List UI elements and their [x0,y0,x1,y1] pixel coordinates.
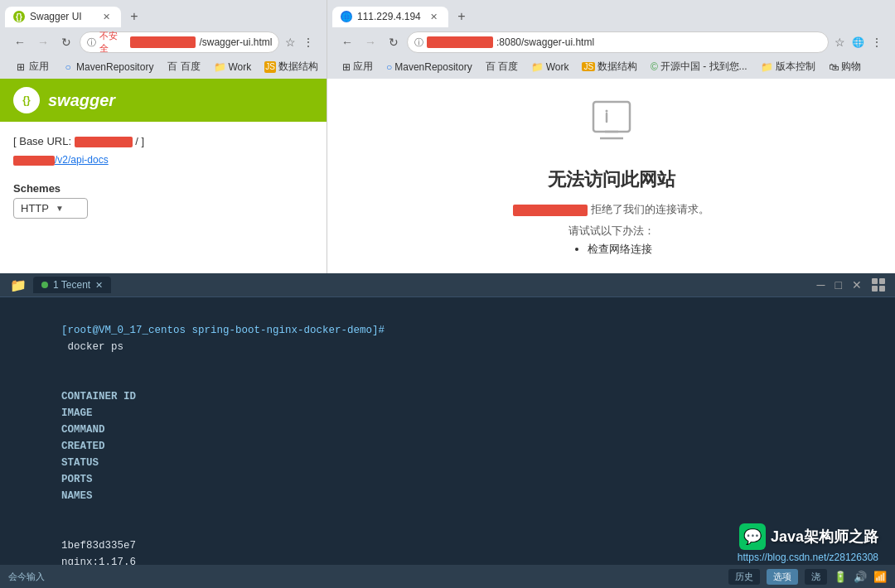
left-tab-close[interactable]: ✕ [100,11,113,23]
error-list: 检查网络连接 [571,242,652,257]
left-more-menu[interactable]: ⋮ [300,33,317,51]
left-lock-icon: ⓘ [87,36,96,49]
right-nav-extras: ☆ 🌐 ⋮ [832,33,885,51]
work-folder-icon: 📁 [214,61,225,73]
right-tab-bar: 🌐 111.229.4.194 ✕ + [332,5,890,28]
col-image: IMAGE [61,407,230,419]
right-nav-bar: ← → ↻ ⓘ :8080/swagger-ui.html ☆ 🌐 ⋮ [332,28,890,56]
right-bk-maven[interactable]: ○ MavenRepository [381,60,477,75]
terminal-folder-icon: 📁 [10,277,27,293]
term-cmd: docker ps [61,341,123,353]
terminal-titlebar-right: ─ □ ✕ [817,278,885,292]
terminal-table-header: CONTAINER ID IMAGE COMMAND CREATED STATU… [12,372,883,521]
col-status: STATUS [61,457,161,469]
maven-icon: ○ [62,61,74,73]
right-address-bar[interactable]: ⓘ :8080/swagger-ui.html [407,31,829,53]
watermark-name: Java架构师之路 [771,527,878,547]
terminal-grid-icon[interactable] [872,278,885,292]
browser-right: 🌐 111.229.4.194 ✕ + ← → ↻ ⓘ :8080/swagge… [327,0,895,273]
right-more-menu[interactable]: ⋮ [868,33,885,51]
left-url-redacted [130,36,196,48]
right-info-icon: ⓘ [414,36,423,49]
row1-id: 1bef83d335e7 [61,540,148,552]
right-bk-ds[interactable]: JS 数据结构 [577,58,642,75]
volume-icon: 🔊 [854,571,867,583]
left-browser-content: {} swagger [ Base URL: / ] /v2/api-docs [0,79,327,273]
error-suggestions-label: 请试试以下办法： [568,224,655,239]
right-url-path: :8080/swagger-ui.html [496,36,594,48]
left-insecure-label: 不安全 [99,30,127,55]
right-tab-title: 111.229.4.194 [357,11,423,22]
col-created: CREATED [61,441,161,452]
right-tab-close[interactable]: ✕ [428,11,440,23]
battery-icon: 🔋 [834,571,847,583]
left-bookmark-star[interactable]: ☆ [283,33,298,51]
swagger-api-link[interactable]: /v2/api-docs [13,154,313,166]
right-favicon: 🌐 [341,11,352,22]
bottom-bar: 会今输入 历史 选项 浇 🔋 🔊 📶 [0,565,895,588]
left-new-tab-button[interactable]: + [123,5,146,28]
right-bookmarks-bar: ⊞ 应用 ○ MavenRepository 百 百度 📁 Work [332,56,890,79]
left-forward-button[interactable]: → [33,32,53,52]
right-back-button[interactable]: ← [337,32,357,52]
right-shop-icon: 🛍 [829,61,839,73]
terminal-tab[interactable]: 1 Tecent ✕ [33,277,111,293]
right-bk-oschina[interactable]: © 开源中国 - 找到您... [646,58,752,75]
right-bk-version[interactable]: 📁 版本控制 [756,58,820,75]
schemes-label: Schemes [13,182,313,195]
left-bk-apps-label: 应用 [29,60,49,74]
right-oschina-icon: © [651,61,658,73]
left-bk-work[interactable]: 📁 Work [209,60,256,75]
right-bk-apps[interactable]: ⊞ 应用 [337,58,378,75]
right-work-icon: 📁 [531,61,544,73]
left-bk-work-label: Work [228,61,251,73]
browser-left: {} Swagger UI ✕ + ← → ↻ ⓘ 不安全 /swagger [0,0,327,273]
schemes-dropdown[interactable]: HTTP ▼ [13,198,88,219]
right-bk-work[interactable]: 📁 Work [526,60,574,75]
left-active-tab[interactable]: {} Swagger UI ✕ [5,7,121,27]
left-bk-ds-label: 数据结构 [278,60,318,74]
apps-icon: ⊞ [15,61,27,73]
swagger-page: {} swagger [ Base URL: / ] /v2/api-docs [0,79,327,273]
col-ports: PORTS [61,474,186,485]
col-container-id: CONTAINER ID [61,391,148,402]
water-tab[interactable]: 浇 [805,569,827,585]
right-url-redacted [427,36,493,48]
watermark: 💬 Java架构师之路 https://blog.csdn.net/z28126… [738,523,878,563]
left-bk-maven[interactable]: ○ MavenRepository [57,60,158,75]
right-bk-shop[interactable]: 🛍 购物 [824,58,866,75]
error-title: 无法访问此网站 [548,167,675,192]
right-new-tab-button[interactable]: + [450,5,473,28]
error-icon [587,95,636,154]
swagger-logo: {} [13,87,40,113]
terminal-close-button[interactable]: ✕ [852,278,862,292]
terminal-minimize-button[interactable]: ─ [817,278,825,292]
left-browser-chrome: {} Swagger UI ✕ + ← → ↻ ⓘ 不安全 /swagger [0,0,327,79]
options-tab[interactable]: 选项 [767,569,798,585]
terminal-maximize-button[interactable]: □ [835,278,842,292]
left-bk-datastructure[interactable]: JS 数据结构 [259,58,323,75]
schemes-arrow: ▼ [56,204,64,213]
left-refresh-button[interactable]: ↻ [56,32,76,52]
left-bk-apps[interactable]: ⊞ 应用 [10,58,54,75]
left-bk-baidu[interactable]: 百 百度 [162,58,206,75]
terminal-tab-close[interactable]: ✕ [95,280,103,291]
swagger-title: swagger [48,91,115,110]
right-translate[interactable]: 🌐 [849,34,867,51]
right-refresh-button[interactable]: ↻ [384,32,404,52]
right-json-icon: JS [582,62,595,71]
error-list-item-1: 检查网络连接 [588,242,652,257]
left-address-bar[interactable]: ⓘ 不安全 /swagger-ui.html [80,31,279,53]
right-active-tab[interactable]: 🌐 111.229.4.194 ✕ [332,7,448,27]
history-tab[interactable]: 历史 [728,569,760,585]
json-icon: JS [264,61,276,73]
left-nav-extras: ☆ ⋮ [283,33,317,51]
browsers-row: {} Swagger UI ✕ + ← → ↻ ⓘ 不安全 /swagger [0,0,895,273]
base-url-redacted [75,137,133,147]
right-bk-baidu[interactable]: 百 百度 [481,58,523,75]
right-bookmark-star[interactable]: ☆ [832,33,848,51]
left-back-button[interactable]: ← [10,32,30,52]
swagger-header: {} swagger [0,79,327,122]
swagger-base-url: [ Base URL: / ] [13,135,313,147]
right-forward-button[interactable]: → [360,32,380,52]
